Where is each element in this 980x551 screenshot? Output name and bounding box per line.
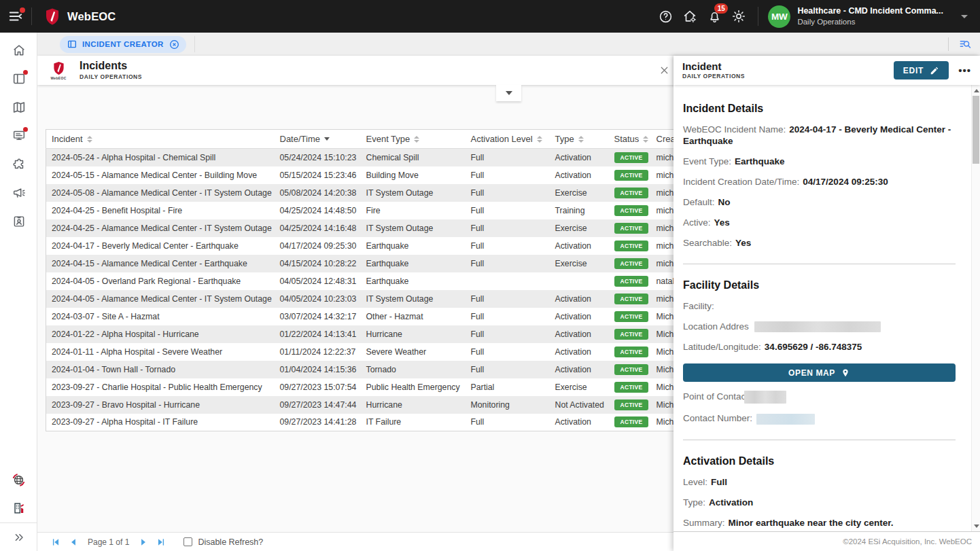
cell: Exercise bbox=[550, 184, 609, 202]
table-row[interactable]: 2023-09-27 - Alpha Hospital - IT Failure… bbox=[46, 414, 734, 431]
cell: Partial bbox=[466, 378, 550, 396]
column-header-type[interactable]: Type bbox=[550, 130, 609, 149]
cell-status: ACTIVE bbox=[609, 184, 651, 202]
status-badge: ACTIVE bbox=[614, 223, 649, 234]
cell: Public Health Emergency bbox=[361, 378, 466, 396]
field-incident-name: WebEOC Incident Name:2024-04-17 - Beverl… bbox=[683, 124, 956, 147]
column-header-event-type[interactable]: Event Type bbox=[361, 130, 466, 149]
sidebar-item-global[interactable] bbox=[0, 465, 37, 494]
previous-page-button[interactable] bbox=[65, 534, 82, 550]
column-header-status[interactable]: Status bbox=[609, 130, 651, 149]
scroll-up-icon[interactable] bbox=[972, 86, 980, 94]
contact-card-icon bbox=[12, 214, 27, 229]
tab-close-icon[interactable] bbox=[169, 39, 180, 50]
sidebar-item-boards[interactable] bbox=[0, 65, 37, 93]
disable-refresh-checkbox[interactable] bbox=[183, 537, 192, 546]
section-divider bbox=[683, 440, 956, 440]
column-header-date-time[interactable]: Date/Time bbox=[275, 130, 361, 149]
user-avatar[interactable]: MW bbox=[768, 5, 790, 28]
cell: 04/05/2024 12:48:31 bbox=[275, 272, 361, 290]
column-header-activation-level[interactable]: Activation Level bbox=[466, 130, 550, 149]
column-header-incident[interactable]: Incident bbox=[46, 130, 275, 149]
filter-collapse-handle[interactable] bbox=[496, 85, 521, 101]
cell: 09/27/2023 15:07:54 bbox=[275, 378, 361, 396]
map-pin-icon bbox=[841, 368, 850, 378]
sidebar-item-announcements[interactable] bbox=[0, 179, 37, 207]
sidebar-item-organization[interactable] bbox=[0, 494, 37, 522]
sidebar-item-messages[interactable] bbox=[0, 122, 37, 150]
sidebar-expand-icon[interactable] bbox=[0, 522, 37, 551]
cell: Activation bbox=[550, 414, 609, 431]
cell: Activation bbox=[550, 343, 609, 361]
cell: Hurricane bbox=[361, 325, 466, 343]
sort-icon bbox=[537, 136, 542, 143]
help-icon[interactable] bbox=[653, 0, 678, 33]
panel-scrollbar[interactable] bbox=[971, 85, 980, 531]
cell: Full bbox=[466, 414, 550, 431]
table-row[interactable]: 2023-09-27 - Charlie Hospital - Public H… bbox=[46, 378, 734, 396]
table-row[interactable]: 2024-01-11 - Alpha Hospital - Severe Wea… bbox=[46, 343, 734, 361]
page-indicator: Page 1 of 1 bbox=[88, 537, 129, 547]
edit-button[interactable]: EDIT bbox=[894, 61, 949, 79]
scrollbar-thumb[interactable] bbox=[973, 96, 979, 164]
board-subtitle: DAILY OPERATIONS bbox=[80, 74, 142, 81]
board-close-icon[interactable] bbox=[657, 63, 671, 77]
sidebar-item-contacts[interactable] bbox=[0, 207, 37, 236]
top-bar: WebEOC 15 MW Healt bbox=[0, 0, 980, 33]
table-row[interactable]: 2024-04-25 - Benefit Hospital - Fire04/2… bbox=[46, 202, 734, 219]
scroll-down-icon[interactable] bbox=[972, 522, 980, 530]
table-row[interactable]: 2024-03-07 - Site A - Hazmat03/07/2024 1… bbox=[46, 308, 734, 325]
next-page-button[interactable] bbox=[135, 534, 152, 550]
sidebar-item-home[interactable] bbox=[0, 36, 37, 65]
table-row[interactable]: 2024-04-15 - Alamance Medical Center - E… bbox=[46, 255, 734, 272]
field-event-type: Event Type:Earthquake bbox=[683, 156, 956, 167]
cell: 2023-09-27 - Charlie Hospital - Public H… bbox=[46, 378, 275, 396]
cell: 01/11/2024 12:22:37 bbox=[275, 343, 361, 361]
more-options-icon[interactable]: ••• bbox=[958, 65, 971, 76]
status-badge: ACTIVE bbox=[614, 382, 649, 393]
board-title: Incidents bbox=[80, 60, 142, 72]
field-lat-lng: Latitude/Longitude:34.695629 / -86.74837… bbox=[683, 341, 956, 353]
puzzle-icon bbox=[12, 157, 27, 172]
last-page-button[interactable] bbox=[152, 534, 170, 550]
home-settings-icon[interactable] bbox=[678, 0, 702, 33]
table-row[interactable]: 2024-05-15 - Alamance Medical Center - B… bbox=[46, 166, 734, 184]
table-row[interactable]: 2024-04-05 - Alamance Medical Center - I… bbox=[46, 290, 734, 308]
cell: Fire bbox=[361, 202, 466, 219]
divider bbox=[948, 37, 949, 51]
status-badge: ACTIVE bbox=[614, 364, 649, 375]
notifications-bell-icon[interactable]: 15 bbox=[702, 0, 727, 33]
table-row[interactable]: 2024-01-04 - Town Hall - Tornado01/04/20… bbox=[46, 361, 734, 378]
table-row[interactable]: 2024-04-05 - Overland Park Regional - Ea… bbox=[46, 272, 734, 290]
account-selector[interactable]: Healthcare - CMD Incident Comma... Daily… bbox=[797, 6, 943, 26]
table-row[interactable]: 2024-05-08 - Alamance Medical Center - I… bbox=[46, 184, 734, 202]
column-label: Type bbox=[555, 134, 574, 144]
cell: 2024-05-24 - Alpha Hospital - Chemical S… bbox=[46, 149, 275, 166]
account-name: Healthcare - CMD Incident Comma... bbox=[797, 6, 943, 17]
sidebar-item-maps[interactable] bbox=[0, 93, 37, 122]
tab-incident-creator[interactable]: INCIDENT CREATOR bbox=[60, 36, 186, 53]
app-name: WebEOC bbox=[67, 10, 116, 23]
table-row[interactable]: 2024-01-22 - Alpha Hospital - Hurricane0… bbox=[46, 325, 734, 343]
cell: 2024-05-08 - Alamance Medical Center - I… bbox=[46, 184, 275, 202]
sidebar-item-plugins[interactable] bbox=[0, 150, 37, 179]
table-row[interactable]: 2023-09-27 - Bravo Hospital - Hurricane0… bbox=[46, 396, 734, 414]
disable-refresh-control[interactable]: Disable Refresh? bbox=[183, 537, 263, 547]
menu-toggle-icon[interactable] bbox=[0, 0, 31, 33]
table-row[interactable]: 2024-04-17 - Beverly Medical Center - Ea… bbox=[46, 237, 734, 255]
table-row[interactable]: 2024-04-25 - Alamance Medical Center - I… bbox=[46, 219, 734, 237]
divider bbox=[31, 7, 32, 25]
section-heading-facility-details: Facility Details bbox=[683, 279, 956, 291]
settings-gear-icon[interactable] bbox=[727, 0, 751, 33]
globe-icon bbox=[11, 472, 27, 488]
copyright-footer: ©2024 ESi Acquisition, Inc. WebEOC bbox=[673, 532, 980, 551]
pencil-icon bbox=[930, 66, 939, 75]
open-map-button[interactable]: OPEN MAP bbox=[683, 363, 956, 382]
open-map-label: OPEN MAP bbox=[788, 368, 835, 378]
account-chevron-down-icon[interactable] bbox=[961, 15, 968, 18]
cell: Activation bbox=[550, 361, 609, 378]
cell: IT System Outage bbox=[361, 184, 466, 202]
table-row[interactable]: 2024-05-24 - Alpha Hospital - Chemical S… bbox=[46, 149, 734, 166]
board-search-icon[interactable] bbox=[958, 37, 972, 51]
first-page-button[interactable] bbox=[47, 534, 65, 550]
